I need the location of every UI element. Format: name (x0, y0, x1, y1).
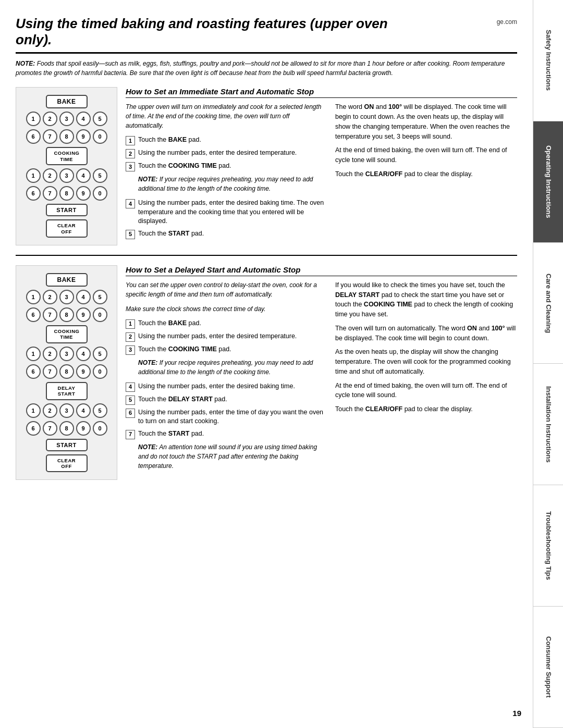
step-item: 2 Using the number pads, enter the desir… (126, 332, 326, 342)
page-title: Using the timed baking and roasting feat… (16, 16, 407, 48)
step-text: Using the number pads, enter the desired… (138, 199, 326, 226)
sidebar-tabs: Safety Instructions Operating Instructio… (533, 0, 563, 728)
tab-installation-instructions[interactable]: Installation Instructions (533, 364, 563, 485)
tab-consumer-support[interactable]: Consumer Support (533, 607, 563, 728)
delay-start-button-diagram: DelayStart (46, 382, 88, 400)
section1-content: How to Set an Immediate Start and Automa… (126, 87, 517, 245)
key-3d: 3 (59, 347, 74, 361)
key-2d: 2 (43, 347, 57, 361)
key-4c: 4 (76, 290, 91, 304)
key-0: 0 (93, 129, 107, 144)
key-9d: 9 (76, 364, 91, 379)
key-1: 1 (26, 112, 41, 126)
step-text: Using the number pads, enter the time of… (138, 408, 326, 426)
key-8b: 8 (59, 186, 74, 201)
section2-note: NOTE: If your recipe requires preheating… (138, 358, 326, 377)
key-6c: 6 (26, 307, 41, 322)
step-text: Touch the BAKE pad. (138, 135, 326, 145)
numpad-row-6: 6 7 8 9 0 (26, 307, 107, 322)
key-1b: 1 (26, 168, 41, 183)
numpad-row-10: 6 7 8 9 0 (26, 421, 107, 436)
section1-steps: 1 Touch the BAKE pad. 2 Using the number… (126, 135, 326, 171)
step-number: 3 (126, 346, 135, 355)
section2-two-col: You can set the upper oven control to de… (126, 280, 517, 476)
key-2e: 2 (43, 403, 57, 418)
tab-consumer-label: Consumer Support (544, 636, 553, 698)
section1-right-p3: Touch the CLEAR/OFF pad to clear the dis… (335, 169, 517, 179)
tab-safety-label: Safety Instructions (544, 30, 553, 91)
key-5d: 5 (93, 347, 107, 361)
key-8d: 8 (59, 364, 74, 379)
section1-steps2: 4 Using the number pads, enter the desir… (126, 199, 326, 239)
key-9b: 9 (76, 186, 91, 201)
key-4: 4 (76, 112, 91, 126)
section2-right-p5: Touch the CLEAR/OFF pad to clear the dis… (335, 404, 517, 414)
page-wrapper: Using the timed baking and roasting feat… (0, 0, 563, 728)
section1-intro: The upper oven will turn on immediately … (126, 102, 326, 130)
clear-off-button-diagram: ClearOff (46, 219, 88, 238)
section1-heading: How to Set an Immediate Start and Automa… (126, 87, 517, 98)
step-number: 5 (126, 396, 135, 405)
page-header: Using the timed baking and roasting feat… (16, 16, 517, 54)
key-9c: 9 (76, 307, 91, 322)
step-item: 1 Touch the BAKE pad. (126, 319, 326, 329)
section2-content: How to Set a Delayed Start and Automatic… (126, 265, 517, 480)
key-2b: 2 (43, 168, 57, 183)
step-text: Touch the START pad. (138, 229, 326, 239)
cooking-time-button-diagram2: CookingTime (46, 325, 88, 343)
section2: Bake 1 2 3 4 5 6 7 8 9 0 CookingTime (16, 265, 517, 480)
key-1d: 1 (26, 347, 41, 361)
section2-right-p2: The oven will turn on automatically. The… (335, 324, 517, 343)
step-text: Touch the BAKE pad. (138, 319, 326, 329)
section2-note-bottom: NOTE: An attention tone will sound if yo… (138, 442, 326, 471)
key-5b: 5 (93, 168, 107, 183)
step-item: 4 Using the number pads, enter the desir… (126, 382, 326, 392)
key-7e: 7 (43, 421, 57, 436)
tab-troubleshooting-label: Troubleshooting Tips (544, 511, 553, 580)
step-item: 3 Touch the COOKING TIME pad. (126, 345, 326, 355)
section1-note: NOTE: If your recipe requires preheating… (138, 175, 326, 193)
step-number: 2 (126, 332, 135, 342)
section2-heading: How to Set a Delayed Start and Automatic… (126, 265, 517, 276)
step-number: 4 (126, 382, 135, 392)
numpad-row-2: 6 7 8 9 0 (26, 129, 107, 144)
page-number: 19 (512, 709, 521, 718)
title-text: Using the timed baking and roasting feat… (16, 16, 407, 48)
step-item: 1 Touch the BAKE pad. (126, 135, 326, 145)
section1-right-p2: At the end of timed baking, the oven wil… (335, 145, 517, 165)
bake-button-diagram: Bake (46, 95, 88, 108)
key-6b: 6 (26, 186, 41, 201)
step-number: 3 (126, 162, 135, 171)
step-number: 1 (126, 319, 135, 329)
step-number: 6 (126, 409, 135, 418)
tab-operating-label: Operating Instructions (544, 145, 553, 218)
step-number: 1 (126, 136, 135, 145)
intro-note: NOTE: Foods that spoil easily—such as mi… (16, 59, 517, 78)
bake-button-diagram2: Bake (46, 273, 88, 287)
key-1e: 1 (26, 403, 41, 418)
key-5: 5 (93, 112, 107, 126)
key-2: 2 (43, 112, 57, 126)
tab-operating-instructions[interactable]: Operating Instructions (533, 121, 563, 243)
section2-right-p3: As the oven heats up, the display will s… (335, 347, 517, 376)
tab-troubleshooting-tips[interactable]: Troubleshooting Tips (533, 485, 563, 607)
key-9e: 9 (76, 421, 91, 436)
key-4e: 4 (76, 403, 91, 418)
key-9: 9 (76, 129, 91, 144)
cooking-time-button-diagram: CookingTime (46, 147, 88, 165)
key-2c: 2 (43, 290, 57, 304)
numpad-row-3: 1 2 3 4 5 (26, 168, 107, 183)
website: ge.com (497, 18, 517, 26)
section1-right-p1: The word ON and 100° will be displayed. … (335, 102, 517, 141)
tab-care-cleaning[interactable]: Care and Cleaning (533, 243, 563, 364)
key-8e: 8 (59, 421, 74, 436)
tab-safety-instructions[interactable]: Safety Instructions (533, 0, 563, 121)
section2-intro2: Make sure the clock shows the correct ti… (126, 304, 326, 314)
key-4d: 4 (76, 347, 91, 361)
section2-intro1: You can set the upper oven control to de… (126, 280, 326, 299)
key-5c: 5 (93, 290, 107, 304)
key-3b: 3 (59, 168, 74, 183)
key-0e: 0 (93, 421, 107, 436)
section2-col-right: If you would like to check the times you… (335, 280, 517, 476)
step-item: 5 Touch the DELAY START pad. (126, 395, 326, 405)
